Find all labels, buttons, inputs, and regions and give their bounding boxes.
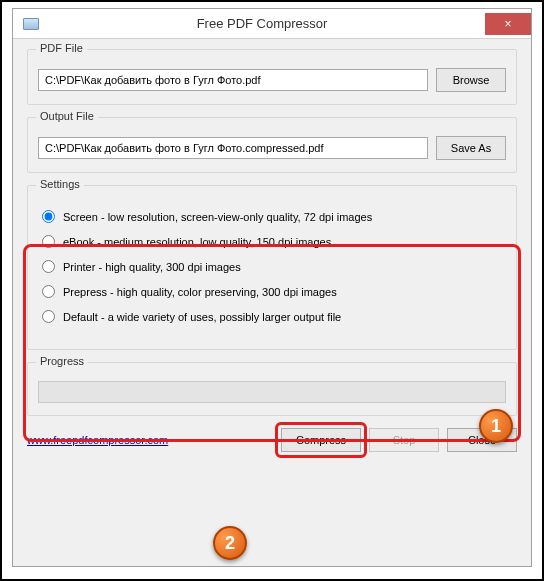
- radio-prepress[interactable]: Prepress - high quality, color preservin…: [38, 279, 506, 304]
- settings-group: Settings Screen - low resolution, screen…: [27, 185, 517, 350]
- radio-ebook-input[interactable]: [42, 235, 55, 248]
- radio-printer-input[interactable]: [42, 260, 55, 273]
- pdf-file-input[interactable]: [38, 69, 428, 91]
- annotation-badge-2: 2: [213, 526, 247, 560]
- progress-group: Progress: [27, 362, 517, 416]
- content-area: PDF File Browse Output File Save As Sett…: [13, 39, 531, 566]
- close-button[interactable]: ×: [485, 13, 531, 35]
- pdf-file-group: PDF File Browse: [27, 49, 517, 105]
- compress-button[interactable]: Compress: [281, 428, 361, 452]
- radio-screen-input[interactable]: [42, 210, 55, 223]
- radio-prepress-input[interactable]: [42, 285, 55, 298]
- website-link[interactable]: www.freepdfcompressor.com: [27, 434, 168, 446]
- progress-bar: [38, 381, 506, 403]
- radio-default-input[interactable]: [42, 310, 55, 323]
- radio-printer-label: Printer - high quality, 300 dpi images: [63, 261, 241, 273]
- close-icon: ×: [504, 17, 511, 31]
- browse-button[interactable]: Browse: [436, 68, 506, 92]
- output-file-label: Output File: [36, 110, 98, 122]
- radio-ebook[interactable]: eBook - medium resolution, low quality, …: [38, 229, 506, 254]
- pdf-file-label: PDF File: [36, 42, 87, 54]
- radio-default-label: Default - a wide variety of uses, possib…: [63, 311, 341, 323]
- annotation-badge-1: 1: [479, 409, 513, 443]
- radio-prepress-label: Prepress - high quality, color preservin…: [63, 286, 337, 298]
- app-icon: [23, 18, 39, 30]
- radio-screen-label: Screen - low resolution, screen-view-onl…: [63, 211, 372, 223]
- window-title: Free PDF Compressor: [39, 16, 485, 31]
- footer-row: www.freepdfcompressor.com Compress Stop …: [27, 428, 517, 452]
- titlebar: Free PDF Compressor ×: [13, 9, 531, 39]
- stop-button: Stop: [369, 428, 439, 452]
- app-window: Free PDF Compressor × PDF File Browse Ou…: [12, 8, 532, 567]
- progress-label: Progress: [36, 355, 88, 367]
- settings-label: Settings: [36, 178, 84, 190]
- radio-ebook-label: eBook - medium resolution, low quality, …: [63, 236, 331, 248]
- output-file-group: Output File Save As: [27, 117, 517, 173]
- radio-screen[interactable]: Screen - low resolution, screen-view-onl…: [38, 204, 506, 229]
- saveas-button[interactable]: Save As: [436, 136, 506, 160]
- output-file-input[interactable]: [38, 137, 428, 159]
- radio-printer[interactable]: Printer - high quality, 300 dpi images: [38, 254, 506, 279]
- radio-default[interactable]: Default - a wide variety of uses, possib…: [38, 304, 506, 329]
